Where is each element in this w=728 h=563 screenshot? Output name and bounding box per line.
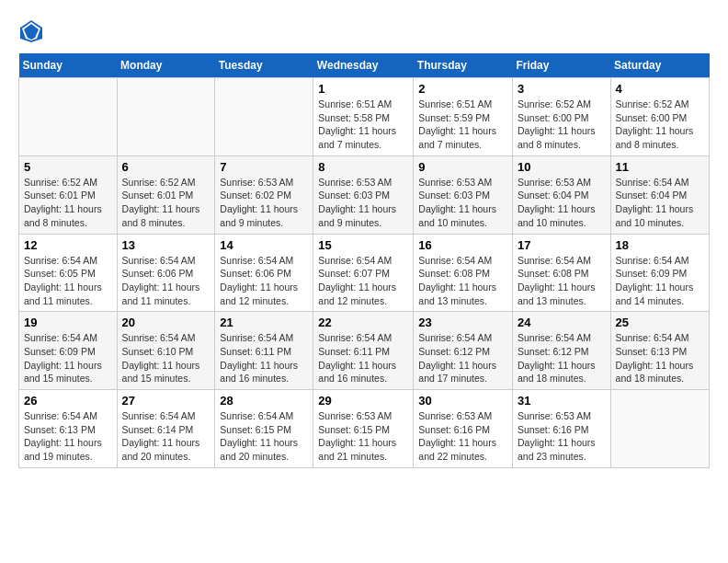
weekday-header: Friday — [512, 53, 610, 78]
day-info: Sunrise: 6:52 AMSunset: 6:01 PMDaylight:… — [122, 176, 210, 230]
calendar-cell: 2Sunrise: 6:51 AMSunset: 5:59 PMDaylight… — [414, 78, 513, 156]
day-number: 29 — [318, 394, 408, 408]
day-number: 10 — [518, 160, 606, 174]
day-info: Sunrise: 6:54 AMSunset: 6:12 PMDaylight:… — [418, 331, 507, 385]
day-number: 3 — [518, 82, 606, 96]
day-info: Sunrise: 6:53 AMSunset: 6:04 PMDaylight:… — [518, 176, 606, 230]
day-number: 13 — [122, 238, 210, 252]
day-number: 19 — [24, 316, 112, 329]
calendar-cell: 23Sunrise: 6:54 AMSunset: 6:12 PMDayligh… — [414, 312, 513, 390]
day-number: 7 — [220, 160, 308, 174]
day-number: 4 — [616, 82, 704, 96]
day-info: Sunrise: 6:54 AMSunset: 6:09 PMDaylight:… — [24, 331, 112, 385]
calendar-body: 1Sunrise: 6:51 AMSunset: 5:58 PMDaylight… — [19, 78, 710, 468]
weekday-header: Monday — [117, 53, 215, 78]
day-number: 16 — [418, 238, 507, 252]
calendar-cell: 20Sunrise: 6:54 AMSunset: 6:10 PMDayligh… — [117, 312, 215, 390]
day-info: Sunrise: 6:52 AMSunset: 6:01 PMDaylight:… — [24, 176, 112, 230]
calendar-cell: 5Sunrise: 6:52 AMSunset: 6:01 PMDaylight… — [19, 155, 118, 234]
calendar-cell: 10Sunrise: 6:53 AMSunset: 6:04 PMDayligh… — [512, 155, 610, 234]
day-number: 1 — [318, 82, 408, 96]
calendar-week-row: 26Sunrise: 6:54 AMSunset: 6:13 PMDayligh… — [19, 390, 710, 468]
weekday-header: Saturday — [610, 53, 709, 78]
day-info: Sunrise: 6:54 AMSunset: 6:11 PMDaylight:… — [220, 331, 308, 385]
day-number: 2 — [418, 82, 507, 96]
page-header — [18, 18, 710, 44]
day-number: 28 — [220, 394, 308, 408]
calendar-cell: 3Sunrise: 6:52 AMSunset: 6:00 PMDaylight… — [512, 78, 610, 156]
calendar-cell: 7Sunrise: 6:53 AMSunset: 6:02 PMDaylight… — [215, 155, 313, 234]
day-info: Sunrise: 6:51 AMSunset: 5:58 PMDaylight:… — [318, 98, 408, 152]
calendar-cell: 17Sunrise: 6:54 AMSunset: 6:08 PMDayligh… — [512, 234, 610, 312]
day-info: Sunrise: 6:54 AMSunset: 6:07 PMDaylight:… — [318, 254, 408, 308]
calendar-cell: 8Sunrise: 6:53 AMSunset: 6:03 PMDaylight… — [313, 155, 414, 234]
day-info: Sunrise: 6:52 AMSunset: 6:00 PMDaylight:… — [518, 98, 606, 152]
calendar-cell: 22Sunrise: 6:54 AMSunset: 6:11 PMDayligh… — [313, 312, 414, 390]
day-number: 6 — [122, 160, 210, 174]
day-number: 21 — [220, 316, 308, 329]
day-info: Sunrise: 6:53 AMSunset: 6:15 PMDaylight:… — [318, 409, 408, 464]
calendar-week-row: 5Sunrise: 6:52 AMSunset: 6:01 PMDaylight… — [19, 155, 710, 234]
calendar-cell: 16Sunrise: 6:54 AMSunset: 6:08 PMDayligh… — [414, 234, 513, 312]
day-info: Sunrise: 6:53 AMSunset: 6:16 PMDaylight:… — [418, 409, 507, 464]
calendar-cell — [117, 78, 215, 156]
day-number: 17 — [518, 238, 606, 252]
day-number: 26 — [24, 394, 112, 408]
day-info: Sunrise: 6:54 AMSunset: 6:08 PMDaylight:… — [518, 254, 606, 308]
day-number: 8 — [318, 160, 408, 174]
day-info: Sunrise: 6:54 AMSunset: 6:08 PMDaylight:… — [418, 254, 507, 308]
calendar-table: SundayMondayTuesdayWednesdayThursdayFrid… — [18, 53, 710, 468]
day-number: 11 — [616, 160, 704, 174]
calendar-cell: 12Sunrise: 6:54 AMSunset: 6:05 PMDayligh… — [19, 234, 118, 312]
calendar-cell: 9Sunrise: 6:53 AMSunset: 6:03 PMDaylight… — [414, 155, 513, 234]
calendar-cell: 30Sunrise: 6:53 AMSunset: 6:16 PMDayligh… — [414, 390, 513, 468]
day-info: Sunrise: 6:54 AMSunset: 6:15 PMDaylight:… — [220, 409, 308, 464]
day-info: Sunrise: 6:53 AMSunset: 6:16 PMDaylight:… — [518, 409, 606, 464]
calendar-cell: 19Sunrise: 6:54 AMSunset: 6:09 PMDayligh… — [19, 312, 118, 390]
day-info: Sunrise: 6:54 AMSunset: 6:13 PMDaylight:… — [24, 409, 112, 464]
day-info: Sunrise: 6:54 AMSunset: 6:05 PMDaylight:… — [24, 254, 112, 308]
calendar-cell: 25Sunrise: 6:54 AMSunset: 6:13 PMDayligh… — [610, 312, 709, 390]
day-info: Sunrise: 6:54 AMSunset: 6:11 PMDaylight:… — [318, 331, 408, 385]
weekday-header: Sunday — [19, 53, 118, 78]
calendar-cell: 14Sunrise: 6:54 AMSunset: 6:06 PMDayligh… — [215, 234, 313, 312]
day-number: 24 — [518, 316, 606, 329]
day-number: 15 — [318, 238, 408, 252]
calendar-cell: 1Sunrise: 6:51 AMSunset: 5:58 PMDaylight… — [313, 78, 414, 156]
day-number: 14 — [220, 238, 308, 252]
calendar-header: SundayMondayTuesdayWednesdayThursdayFrid… — [19, 53, 710, 78]
weekday-header: Tuesday — [215, 53, 313, 78]
calendar-cell: 24Sunrise: 6:54 AMSunset: 6:12 PMDayligh… — [512, 312, 610, 390]
calendar-week-row: 12Sunrise: 6:54 AMSunset: 6:05 PMDayligh… — [19, 234, 710, 312]
calendar-week-row: 1Sunrise: 6:51 AMSunset: 5:58 PMDaylight… — [19, 78, 710, 156]
calendar-cell — [610, 390, 709, 468]
weekday-header: Wednesday — [313, 53, 414, 78]
day-info: Sunrise: 6:54 AMSunset: 6:06 PMDaylight:… — [122, 254, 210, 308]
day-info: Sunrise: 6:54 AMSunset: 6:10 PMDaylight:… — [122, 331, 210, 385]
day-number: 20 — [122, 316, 210, 329]
calendar-cell: 31Sunrise: 6:53 AMSunset: 6:16 PMDayligh… — [512, 390, 610, 468]
calendar-cell: 18Sunrise: 6:54 AMSunset: 6:09 PMDayligh… — [610, 234, 709, 312]
calendar-cell: 26Sunrise: 6:54 AMSunset: 6:13 PMDayligh… — [19, 390, 118, 468]
day-info: Sunrise: 6:52 AMSunset: 6:00 PMDaylight:… — [616, 98, 704, 152]
day-info: Sunrise: 6:54 AMSunset: 6:12 PMDaylight:… — [518, 331, 606, 385]
calendar-cell: 21Sunrise: 6:54 AMSunset: 6:11 PMDayligh… — [215, 312, 313, 390]
day-number: 12 — [24, 238, 112, 252]
day-info: Sunrise: 6:51 AMSunset: 5:59 PMDaylight:… — [418, 98, 507, 152]
day-info: Sunrise: 6:53 AMSunset: 6:03 PMDaylight:… — [418, 176, 507, 230]
day-info: Sunrise: 6:53 AMSunset: 6:02 PMDaylight:… — [220, 176, 308, 230]
day-info: Sunrise: 6:54 AMSunset: 6:13 PMDaylight:… — [616, 331, 704, 385]
day-number: 18 — [616, 238, 704, 252]
calendar-cell — [19, 78, 118, 156]
day-number: 5 — [24, 160, 112, 174]
day-number: 9 — [418, 160, 507, 174]
calendar-cell: 27Sunrise: 6:54 AMSunset: 6:14 PMDayligh… — [117, 390, 215, 468]
calendar-cell: 4Sunrise: 6:52 AMSunset: 6:00 PMDaylight… — [610, 78, 709, 156]
day-number: 30 — [418, 394, 507, 408]
day-info: Sunrise: 6:54 AMSunset: 6:04 PMDaylight:… — [616, 176, 704, 230]
logo-icon — [18, 18, 44, 44]
weekday-header: Thursday — [414, 53, 513, 78]
calendar-cell: 29Sunrise: 6:53 AMSunset: 6:15 PMDayligh… — [313, 390, 414, 468]
day-info: Sunrise: 6:54 AMSunset: 6:06 PMDaylight:… — [220, 254, 308, 308]
day-number: 23 — [418, 316, 507, 329]
